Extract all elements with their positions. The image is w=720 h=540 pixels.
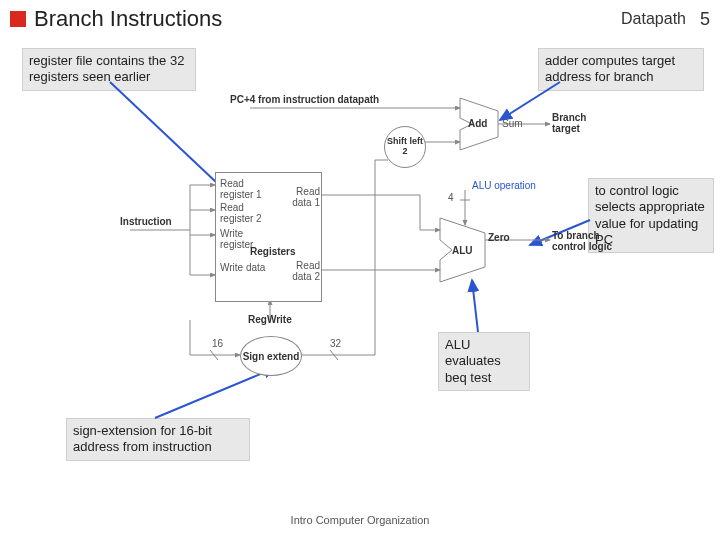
diagram-wires [120, 90, 590, 410]
label-alu-operation: ALU operation [472, 180, 536, 191]
callout-register-file: register file contains the 32 registers … [22, 48, 196, 91]
label-instruction: Instruction [120, 216, 172, 227]
slide-title: Branch Instructions [34, 6, 621, 32]
slide-header: Branch Instructions Datapath 5 [10, 6, 710, 32]
shift-left-2-block: Shift left 2 [384, 126, 426, 168]
label-sign-extend: Sign extend [243, 351, 300, 362]
slide-subtitle: Datapath [621, 10, 686, 28]
label-alu: ALU [452, 245, 473, 256]
accent-square-icon [10, 11, 26, 27]
branch-datapath-diagram: Read register 1 Read register 2 Write re… [120, 90, 590, 410]
slide-footer: Intro Computer Organization [0, 514, 720, 526]
label-add: Add [468, 118, 487, 129]
label-read-register-1: Read register 1 [220, 178, 270, 200]
label-to-branch-control: To branch control logic [552, 230, 612, 252]
label-shift-left-2: Shift left 2 [385, 137, 425, 157]
slide-page-number: 5 [692, 9, 710, 30]
label-sum: Sum [502, 118, 523, 129]
label-regwrite: RegWrite [248, 314, 292, 325]
callout-sign-extension: sign-extension for 16-bit address from i… [66, 418, 250, 461]
label-registers: Registers [250, 246, 296, 257]
label-bits-32: 32 [330, 338, 341, 349]
label-read-register-2: Read register 2 [220, 202, 270, 224]
label-branch-target: Branch target [552, 112, 594, 134]
label-read-data-2: Read data 2 [288, 260, 320, 282]
label-pc-plus-4: PC+4 from instruction datapath [230, 94, 379, 105]
callout-adder: adder computes target address for branch [538, 48, 704, 91]
label-write-data: Write data [220, 262, 270, 273]
label-bits-16: 16 [212, 338, 223, 349]
sign-extend-block: Sign extend [240, 336, 302, 376]
label-zero: Zero [488, 232, 510, 243]
label-read-data-1: Read data 1 [288, 186, 320, 208]
label-alu-op-bits: 4 [448, 192, 454, 203]
